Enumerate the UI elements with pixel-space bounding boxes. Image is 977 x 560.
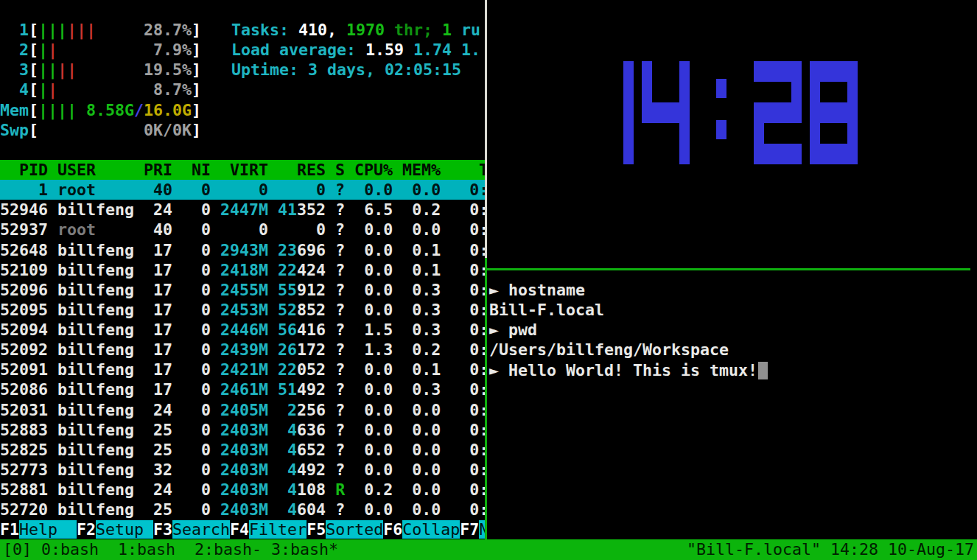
fkey-f2-button[interactable]: F2Setup [77, 520, 153, 539]
user-cell: root [57, 220, 144, 239]
fkey-f7-button[interactable]: F7N [460, 520, 485, 539]
process-row[interactable]: 52086 billfeng 17 0 2461M 51492 ? 0.0 0.… [0, 379, 485, 399]
fkey-f4-button[interactable]: F4Filter [230, 520, 307, 539]
process-table: PID USER PRI NI VIRT RES S CPU% MEM% T 1… [0, 160, 485, 519]
process-row[interactable]: 52648 billfeng 17 0 2943M 23696 ? 0.0 0.… [0, 240, 485, 260]
virt-cell: 2403M [220, 480, 268, 499]
pid-cell: 52096 [0, 281, 57, 299]
state-cell: ? [335, 500, 345, 519]
prompt-arrow-icon: ► [489, 321, 508, 339]
terminal-text: /Users/billfeng/Workspace [489, 340, 729, 359]
pid-cell: 52720 [0, 500, 57, 519]
virt-cell: 2403M [220, 421, 268, 439]
virt-cell: 2421M [220, 360, 268, 379]
res-cell: 56 [278, 321, 297, 339]
user-cell: billfeng [57, 321, 144, 339]
pid-cell: 52946 [0, 200, 57, 219]
cpu-bar-red: | [48, 80, 57, 99]
process-row[interactable]: 52095 billfeng 17 0 2453M 52852 ? 0.0 0.… [0, 300, 485, 320]
state-cell: ? [335, 261, 345, 279]
virt-cell: 2446M [220, 321, 268, 339]
pid-cell: 52937 [0, 220, 57, 239]
res-cell: 0 [278, 220, 326, 239]
cpu-meter: 2[|| 7.9%] [0, 40, 201, 60]
cpu-percent: 28.7% [144, 21, 192, 39]
pid-cell: 52086 [0, 380, 57, 399]
state-cell: ? [335, 340, 345, 359]
pane-divider-horizontal-active[interactable] [487, 268, 970, 270]
user-cell: billfeng [57, 441, 144, 459]
function-key-bar: F1Help F2Setup F3SearchF4FilterF5SortedF… [0, 519, 485, 539]
process-row[interactable]: 52720 billfeng 25 0 2403M 4604 ? 0.0 0.0… [0, 500, 485, 519]
state-cell: ? [335, 301, 345, 319]
virt-cell: 2453M [220, 301, 268, 319]
pid-cell: 1 [0, 181, 57, 199]
process-row[interactable]: 1 root 40 0 0 0 ? 0.0 0.0 0: [0, 180, 485, 200]
table-header[interactable]: PID USER PRI NI VIRT RES S CPU% MEM% T [0, 160, 485, 180]
process-row[interactable]: 52092 billfeng 17 0 2439M 26172 ? 1.3 0.… [0, 340, 485, 360]
fkey-f6-button[interactable]: F6Collap [383, 520, 460, 539]
terminal-text: pwd [508, 321, 537, 339]
tmux-screen: 1[|||||| 28.7%] 2[|| 7.9%] 3[|||| 19.5%]… [0, 0, 977, 560]
pid-cell: 52648 [0, 241, 57, 259]
cpu-bar-red: | [48, 41, 57, 59]
cpu-meter: 3[|||| 19.5%] [0, 60, 201, 80]
state-cell: ? [335, 401, 345, 419]
process-row[interactable]: 52031 billfeng 24 0 2405M 2256 ? 0.0 0.0… [0, 400, 485, 420]
res-cell: 2 [278, 401, 297, 419]
user-cell: billfeng [57, 421, 144, 439]
pane-divider-vertical-active[interactable] [485, 258, 487, 539]
process-row[interactable]: 52883 billfeng 25 0 2403M 4636 ? 0.0 0.0… [0, 420, 485, 440]
process-row[interactable]: 52109 billfeng 17 0 2418M 22424 ? 0.0 0.… [0, 260, 485, 280]
pid-cell: 52091 [0, 360, 57, 379]
cpu-percent: 7.9% [153, 41, 192, 59]
pid-cell: 52881 [0, 480, 57, 499]
pid-cell: 52825 [0, 441, 57, 459]
state-cell: R [335, 480, 345, 499]
load-1: 1.59 [365, 41, 413, 59]
user-cell: billfeng [57, 480, 144, 499]
cpu-bar-red: || [57, 60, 77, 79]
state-cell: ? [335, 181, 345, 199]
process-row[interactable]: 52096 billfeng 17 0 2455M 55912 ? 0.0 0.… [0, 280, 485, 300]
state-cell: ? [335, 461, 345, 479]
process-row[interactable]: 52825 billfeng 25 0 2403M 4652 ? 0.0 0.0… [0, 440, 485, 460]
mem-bar-green: |||| [38, 101, 77, 119]
pid-cell: 52092 [0, 340, 57, 359]
pid-cell: 52883 [0, 421, 57, 439]
res-cell: 22 [278, 261, 297, 279]
res-cell: 4 [278, 441, 297, 459]
process-row[interactable]: 52094 billfeng 17 0 2446M 56416 ? 1.5 0.… [0, 320, 485, 340]
fkey-f3-button[interactable]: F3Search [153, 520, 230, 539]
mem-used: 8.58G [86, 101, 134, 119]
terminal-pane[interactable]: ► hostnameBill-F.local► pwd/Users/billfe… [489, 280, 768, 380]
cpu-bar-green: ||| [38, 21, 67, 39]
cpu-bar-green: | [38, 41, 48, 59]
process-row[interactable]: 52881 billfeng 24 0 2403M 4108 R 0.2 0.0… [0, 480, 485, 500]
uptime-value: 3 days, 02:05:15 [308, 60, 461, 79]
res-cell: 4 [278, 461, 297, 479]
state-cell: ? [335, 421, 345, 439]
res-cell: 0 [278, 181, 326, 199]
process-row[interactable]: 52937 root 40 0 0 0 ? 0.0 0.0 0: [0, 220, 485, 239]
fkey-f1-button[interactable]: F1Help [0, 520, 77, 539]
cpu-percent: 19.5% [144, 60, 192, 79]
pid-cell: 52094 [0, 321, 57, 339]
res-cell: 51 [278, 380, 297, 399]
pid-cell: 52773 [0, 461, 57, 479]
res-cell: 4 [278, 421, 297, 439]
running-count: 1 [442, 21, 452, 39]
cpu-memory-meters: 1[|||||| 28.7%] 2[|| 7.9%] 3[|||| 19.5%]… [0, 20, 201, 140]
process-row[interactable]: 52946 billfeng 24 0 2447M 41352 ? 6.5 0.… [0, 200, 485, 220]
terminal-text: hostname [508, 281, 585, 299]
load-3: 1. [461, 41, 480, 59]
tmux-window-list[interactable]: [0] 0:bash 1:bash 2:bash- 3:bash* [3, 539, 338, 560]
terminal-text: Hello World! This is tmux! [508, 361, 757, 379]
process-row[interactable]: 52773 billfeng 32 0 2403M 4492 ? 0.0 0.0… [0, 460, 485, 480]
virt-cell: 2403M [220, 441, 268, 459]
fkey-f5-button[interactable]: F5Sorted [307, 520, 383, 539]
virt-cell: 2455M [220, 281, 268, 299]
user-cell: root [57, 181, 144, 199]
user-cell: billfeng [57, 241, 144, 259]
process-row[interactable]: 52091 billfeng 17 0 2421M 22052 ? 0.0 0.… [0, 360, 485, 379]
